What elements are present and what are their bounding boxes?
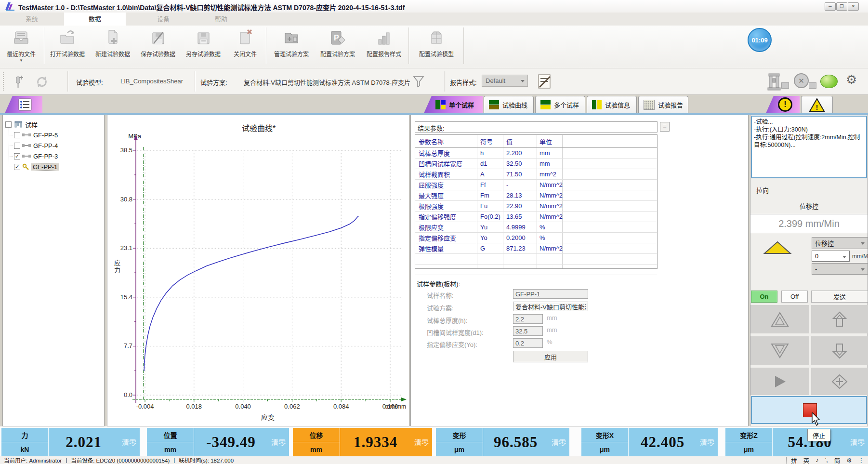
control-mode-select[interactable]: 位移控: [812, 237, 868, 249]
minimize-button[interactable]: ─: [825, 2, 836, 11]
table-row[interactable]: 弹性模量G871.23N/mm^2: [415, 243, 657, 254]
gfpp1-checkbox[interactable]: ✓: [14, 164, 20, 170]
position-value: -349.49: [194, 428, 268, 456]
maximize-button[interactable]: ❐: [836, 2, 847, 11]
config-report-button[interactable]: 配置报告样式: [361, 27, 407, 65]
clear-force-button[interactable]: 清零: [118, 428, 140, 456]
chart-x-axis-label: 应变: [145, 412, 391, 422]
disconnect-icon[interactable]: ✕: [794, 73, 809, 88]
menu-data[interactable]: 数据: [64, 13, 126, 26]
close-file-button[interactable]: 关闭文件: [226, 27, 264, 65]
new-data-button[interactable]: 新建试验数据: [91, 27, 135, 65]
table-row[interactable]: 极限强度Fu22.90N/mm^2: [415, 201, 657, 212]
speed-input[interactable]: 0: [812, 251, 850, 262]
tree-root-checkbox[interactable]: [5, 121, 12, 128]
new-data-icon: [103, 27, 123, 49]
save-data-button[interactable]: 保存试验数据: [136, 27, 180, 65]
step-down-button[interactable]: [811, 336, 868, 365]
tab-alerts[interactable]: !: [766, 96, 800, 113]
recent-files-button[interactable]: 最近的文件 ▼: [0, 27, 42, 65]
manage-scheme-button[interactable]: 管理试验方案: [269, 27, 314, 65]
tree-item-gfpp1[interactable]: ✓ GF-PP-1: [14, 162, 59, 171]
table-row[interactable]: 指定偏移强度Fo(0.2)13.65N/mm^2: [415, 212, 657, 222]
refresh-icon[interactable]: [35, 75, 49, 89]
send-button[interactable]: 发送: [811, 291, 868, 303]
jog-up-fast-button[interactable]: [750, 305, 809, 333]
chevron-down-icon: [861, 242, 865, 245]
tab-sample-tree[interactable]: [5, 96, 42, 113]
machine-icon[interactable]: [767, 73, 781, 91]
off-button[interactable]: Off: [781, 291, 808, 303]
offset-strain-field[interactable]: [513, 338, 543, 348]
current-device: 当前设备: EDCi20 (0000000000000154): [71, 456, 170, 464]
tree-item-gfpp3[interactable]: ✓ GF-PP-3: [14, 152, 58, 160]
filter-funnel-icon[interactable]: [412, 75, 425, 88]
menu-system[interactable]: 系统: [14, 13, 49, 26]
machine-sub-icon: [781, 82, 789, 89]
results-panel: 结果参数: ≡ 参数名称 符号 值 单位 试棒总厚度h2.200mm 凹槽间试样…: [410, 115, 749, 426]
ime-sound-icon[interactable]: ♪: [815, 457, 818, 464]
thickness-field[interactable]: [513, 314, 543, 324]
control-panel: -试验... -执行:(入口力:300N) -执行:通用过程(控制速度:2mm/…: [750, 115, 868, 426]
ime-grid-icon[interactable]: 拼: [791, 456, 797, 464]
report-preview-icon[interactable]: [536, 73, 553, 90]
clear-deform-button[interactable]: 清零: [548, 428, 569, 456]
sample-name-field[interactable]: [513, 289, 588, 299]
tab-test-info[interactable]: 试验信息: [587, 96, 637, 113]
table-row[interactable]: 凹槽间试样宽度d132.50mm: [415, 159, 657, 169]
menu-help[interactable]: 帮助: [200, 13, 242, 26]
gfpp3-checkbox[interactable]: ✓: [14, 153, 20, 159]
tab-test-curve[interactable]: 试验曲线: [484, 96, 534, 113]
config-model-button[interactable]: 配置试验模型: [411, 27, 461, 65]
config-scheme-icon: P: [328, 27, 348, 49]
close-button[interactable]: ✕: [848, 2, 859, 11]
status-bar: 当前用户: Administrator | 当前设备: EDCi20 (0000…: [0, 456, 868, 464]
report-style-select[interactable]: Default: [482, 75, 528, 87]
width-field[interactable]: [513, 326, 543, 336]
pin-add-icon[interactable]: [12, 74, 25, 90]
scheme-name-field[interactable]: [513, 302, 588, 311]
table-row[interactable]: 极限应变Yu4.9999%: [415, 222, 657, 233]
gfpp5-checkbox[interactable]: [14, 132, 20, 138]
ime-settings-icon[interactable]: ⚙: [846, 457, 852, 464]
save-as-data-icon: [193, 27, 213, 49]
speed-unit-label: mm/M: [852, 253, 868, 260]
save-as-data-button[interactable]: 另存试验数据: [181, 27, 225, 65]
clear-displacement-button[interactable]: 清零: [411, 428, 432, 456]
tree-item-gfpp4[interactable]: GF-PP-4: [14, 141, 58, 150]
tab-warnings[interactable]: !: [801, 96, 833, 113]
open-data-button[interactable]: 打开试验数据: [45, 27, 90, 65]
on-button[interactable]: On: [751, 291, 777, 303]
tab-single-sample[interactable]: 单个试样: [424, 96, 483, 113]
run-button[interactable]: [750, 368, 809, 395]
table-row[interactable]: 试棒总厚度h2.200mm: [415, 148, 657, 159]
ime-punct-icon[interactable]: ’,: [825, 457, 828, 464]
apply-button[interactable]: 应用: [513, 351, 588, 362]
ime-lang-icon[interactable]: 英: [803, 456, 810, 464]
tab-multi-sample[interactable]: 多个试样: [535, 96, 585, 113]
specimen-icon: [22, 133, 31, 137]
chevron-down-icon: [842, 256, 846, 258]
menu-device[interactable]: 设备: [143, 13, 184, 26]
tree-item-gfpp5[interactable]: GF-PP-5: [14, 131, 58, 139]
table-row[interactable]: 指定偏移应变Yo0.2000%: [415, 233, 657, 243]
ime-simplified-icon[interactable]: 简: [834, 456, 841, 464]
settings-gear-icon[interactable]: ⚙: [846, 72, 857, 87]
gfpp4-checkbox[interactable]: [14, 143, 20, 149]
arrow-down-icon: [830, 342, 849, 359]
table-row[interactable]: 试样截面积A71.50mm^2: [415, 169, 657, 180]
config-scheme-button[interactable]: P 配置试验方案: [315, 27, 360, 65]
ime-more-icon[interactable]: ⋮: [858, 457, 865, 464]
return-button[interactable]: [811, 368, 868, 395]
step-up-button[interactable]: [811, 305, 868, 333]
clear-position-button[interactable]: 清零: [268, 428, 289, 456]
tree-root-row[interactable]: 试样: [5, 120, 38, 129]
results-menu-icon[interactable]: ≡: [660, 122, 670, 132]
table-row[interactable]: 屈服强度Ff-N/mm^2: [415, 180, 657, 190]
tab-test-report[interactable]: 试验报告: [638, 96, 688, 113]
clear-deform-z-button[interactable]: 清零: [847, 428, 868, 456]
jog-down-fast-button[interactable]: [750, 336, 809, 365]
aux-select[interactable]: -: [812, 263, 868, 275]
clear-deform-x-button[interactable]: 清零: [697, 428, 718, 456]
table-row[interactable]: 最大强度Fm28.13N/mm^2: [415, 190, 657, 201]
